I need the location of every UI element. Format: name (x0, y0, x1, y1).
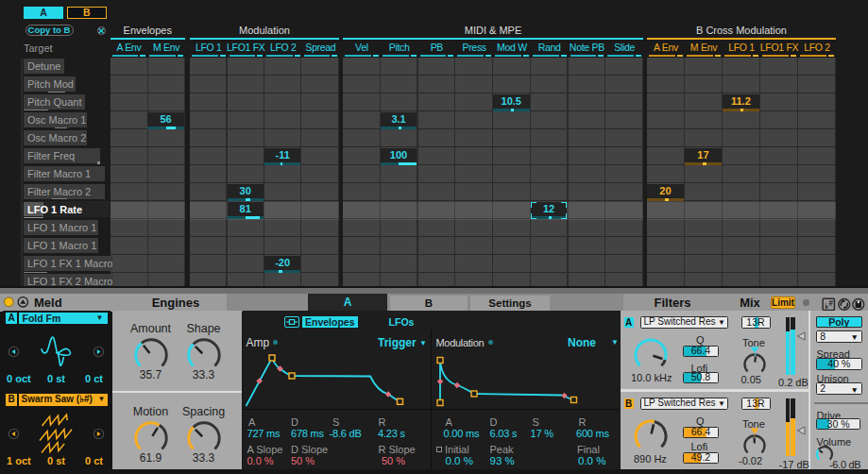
svg-text:#: # (828, 297, 833, 307)
